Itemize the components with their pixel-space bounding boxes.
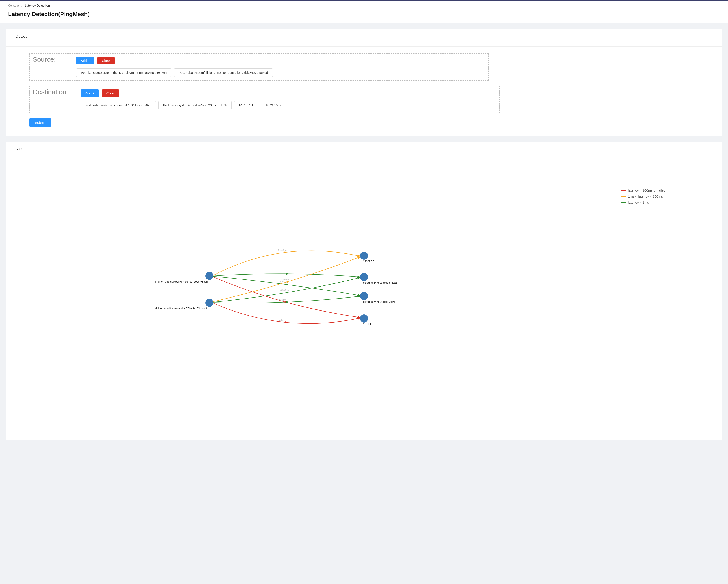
detect-card: Detect Source: Add + Clear Pod: ku <box>6 29 722 136</box>
source-add-label: Add <box>81 59 87 62</box>
topbar: Console / Latency Detection Latency Dete… <box>0 0 728 23</box>
graph-node[interactable]: coredns-547b98dbcc-5m8xz <box>360 273 397 284</box>
destination-chip-row: Pod: kube-system/coredns-547b98dbcc-5m8x… <box>81 101 496 109</box>
graph-node-label: prometheus-deployment-5549c769cc-98bvm <box>155 280 208 283</box>
graph-node[interactable]: 223.5.5.5 <box>360 252 374 263</box>
edge-midpoint <box>286 301 288 303</box>
legend-label: 1ms < latency < 100ms <box>628 195 663 198</box>
breadcrumb-current: Latency Detection <box>25 4 50 7</box>
plus-icon: + <box>93 92 94 95</box>
source-chip-row: Pod: kubeskoop/prometheus-deployment-554… <box>76 69 485 77</box>
detect-section-title: Detect <box>12 34 716 39</box>
result-section-title: Result <box>12 147 716 151</box>
destination-clear-label: Clear <box>106 91 114 95</box>
chip[interactable]: IP: 223.5.5.5 <box>261 101 288 109</box>
divider <box>6 46 722 47</box>
edge-label: failed <box>279 319 284 321</box>
legend-item: latency > 100ms or failed <box>621 188 716 192</box>
edge-midpoint <box>285 321 286 323</box>
graph-node-label: alicloud-monitor-controller-77bfc84b7d-p… <box>154 307 208 310</box>
destination-label: Destination: <box>33 88 78 96</box>
legend-label: latency < 1ms <box>628 201 649 204</box>
svg-point-4 <box>360 292 368 300</box>
chip[interactable]: Pod: kube-system/coredns-547b98dbcc-ztb6… <box>158 101 232 109</box>
edge-label: 0.392ms <box>280 289 289 291</box>
breadcrumb: Console / Latency Detection <box>8 4 720 7</box>
graph-node-label: coredns-547b98dbcc-ztb6k <box>363 300 396 303</box>
legend-dash <box>621 202 626 203</box>
svg-point-0 <box>205 272 213 280</box>
chip[interactable]: Pod: kube-system/coredns-547b98dbcc-5m8x… <box>81 101 156 109</box>
edge-label: 4.120ms <box>281 278 289 281</box>
graph-node-label: coredns-547b98dbcc-5m8xz <box>363 281 397 284</box>
graph-node[interactable]: alicloud-monitor-controller-77bfc84b7d-p… <box>154 299 213 310</box>
chip[interactable]: IP: 1.1.1.1 <box>234 101 258 109</box>
graph-area[interactable]: 5.465ms0.021msfailed4.120ms0.392ms0.0msf… <box>12 175 612 422</box>
svg-point-1 <box>205 299 213 307</box>
graph-edge[interactable] <box>213 303 360 324</box>
legend: latency > 100ms or failed1ms < latency <… <box>621 175 716 422</box>
source-add-button[interactable]: Add + <box>76 57 94 65</box>
destination-add-button[interactable]: Add + <box>81 90 99 97</box>
chip[interactable]: Pod: kubeskoop/prometheus-deployment-554… <box>76 69 171 77</box>
legend-dash <box>621 196 626 197</box>
graph-edge[interactable] <box>213 251 360 275</box>
source-label: Source: <box>33 56 73 63</box>
edge-midpoint <box>286 291 288 293</box>
edge-midpoint <box>286 284 288 285</box>
breadcrumb-root[interactable]: Console <box>8 4 19 7</box>
destination-add-label: Add <box>85 91 91 95</box>
destination-box: Destination: Add + Clear Pod: kube-syste… <box>29 86 500 113</box>
legend-item: latency < 1ms <box>621 201 716 204</box>
legend-item: 1ms < latency < 100ms <box>621 195 716 198</box>
graph-node[interactable]: coredns-547b98dbcc-ztb6k <box>360 292 396 303</box>
source-clear-label: Clear <box>102 59 110 62</box>
page-title: Latency Detection(PingMesh) <box>8 11 720 18</box>
result-card: Result 5.465ms0.02 <box>6 142 722 440</box>
edge-label: 0.0ms <box>280 299 286 301</box>
submit-button[interactable]: Submit <box>29 119 51 127</box>
graph-node-label: 223.5.5.5 <box>363 260 374 263</box>
graph-node[interactable]: prometheus-deployment-5549c769cc-98bvm <box>155 272 213 283</box>
graph-node-label: 1.1.1.1 <box>363 323 371 326</box>
breadcrumb-separator: / <box>21 4 22 7</box>
legend-dash <box>621 190 626 191</box>
source-clear-button[interactable]: Clear <box>98 57 114 65</box>
chip[interactable]: Pod: kube-system/alicloud-monitor-contro… <box>174 69 272 77</box>
graph-node[interactable]: 1.1.1.1 <box>360 314 371 326</box>
source-box: Source: Add + Clear Pod: kubeskoop/prome… <box>29 53 489 80</box>
edge-midpoint <box>286 281 288 283</box>
content: Detect Source: Add + Clear Pod: ku <box>0 23 728 453</box>
svg-point-5 <box>360 314 368 323</box>
svg-point-3 <box>360 273 368 281</box>
edge-midpoint <box>284 252 286 253</box>
plus-icon: + <box>88 59 90 62</box>
latency-graph[interactable]: 5.465ms0.021msfailed4.120ms0.392ms0.0msf… <box>12 175 612 422</box>
edge-midpoint <box>286 273 288 275</box>
svg-point-2 <box>360 252 368 260</box>
destination-clear-button[interactable]: Clear <box>102 90 119 97</box>
legend-label: latency > 100ms or failed <box>628 188 666 192</box>
edge-label: 5.465ms <box>278 249 287 252</box>
